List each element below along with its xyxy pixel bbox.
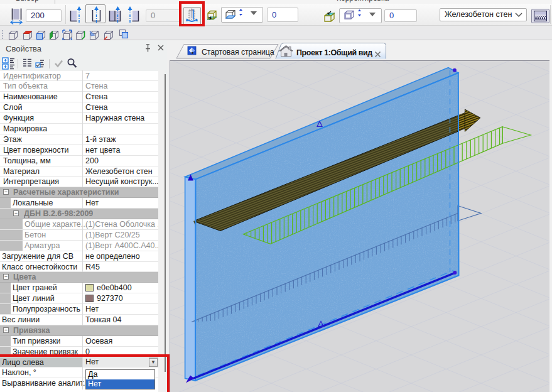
svg-text:Проект 1:Общий вид: Проект 1:Общий вид bbox=[296, 48, 372, 57]
svg-text:Стартовая страница: Стартовая страница bbox=[202, 48, 274, 57]
